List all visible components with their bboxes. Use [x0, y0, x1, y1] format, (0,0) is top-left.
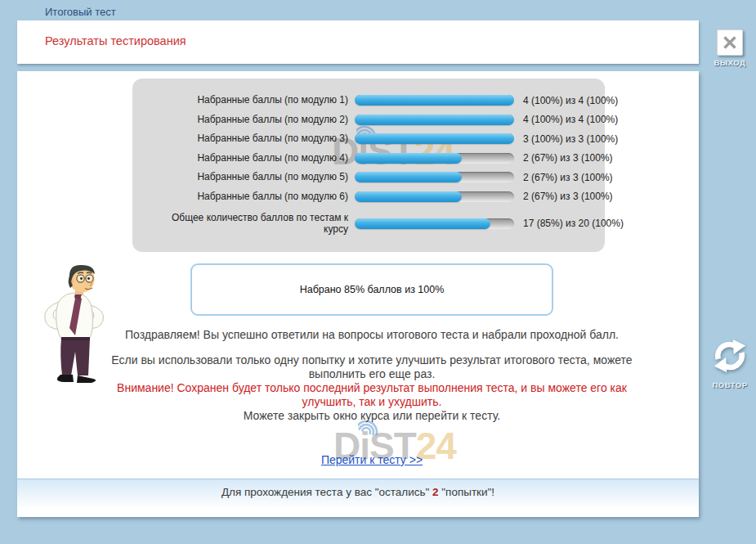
repeat-icon[interactable]: [711, 337, 749, 375]
result-value: 17 (85%) из 20 (100%): [523, 218, 624, 229]
header-panel: Результаты тестирования: [17, 20, 699, 64]
result-label: Набранные баллы (по модулю 5): [162, 171, 355, 182]
result-row: Набранные баллы (по модулю 4) 2 (67%) из…: [162, 153, 593, 164]
result-row: Набранные баллы (по модулю 5) 2 (67%) из…: [162, 172, 593, 182]
result-value: 2 (67%) из 3 (100%): [523, 152, 613, 164]
results-rows: Набранные баллы (по модулю 1) 4 (100%) и…: [162, 95, 593, 245]
exit-button-label: ВЫХОД: [710, 58, 749, 67]
results-panel: DiST24 Набранные баллы (по модулю 1) 4 (…: [132, 79, 605, 252]
result-row: Общее количество баллов по тестам к курс…: [162, 210, 593, 236]
progress-bar-fill: [355, 172, 462, 182]
progress-bar-track: [355, 191, 514, 202]
result-value: 3 (100%) из 3 (100%): [523, 133, 618, 145]
attempts-count: 2: [432, 486, 439, 498]
progress-bar-fill: [355, 218, 490, 229]
progress-bar-track: [355, 153, 514, 164]
app-window: Итоговый тест Результаты тестирования Di…: [0, 0, 756, 544]
page-title: Результаты тестирования: [45, 34, 186, 47]
result-row: Набранные баллы (по модулю 3) 3 (100%) и…: [162, 133, 593, 144]
progress-bar-fill: [355, 115, 514, 125]
result-value: 2 (67%) из 3 (100%): [523, 172, 613, 183]
attempts-text-prefix: Для прохождения теста у вас "остались": [221, 486, 432, 498]
assistant-character-illustration: [33, 263, 116, 394]
exit-button[interactable]: ВЫХОД: [710, 29, 749, 67]
result-value: 4 (100%) из 4 (100%): [523, 95, 618, 106]
result-label: Набранные баллы (по модулю 2): [162, 114, 355, 125]
progress-bar-track: [355, 133, 514, 144]
result-message: Поздравляем! Вы успешно ответили на вопр…: [106, 328, 637, 423]
progress-bar-fill: [355, 191, 462, 202]
progress-bar-fill: [355, 133, 514, 144]
result-row: Набранные баллы (по модулю 2) 4 (100%) и…: [162, 115, 593, 125]
result-label: Набранные баллы (по модулю 4): [162, 152, 355, 164]
progress-bar-track: [355, 115, 514, 125]
closing-text: Можете закрыть окно курса или перейти к …: [106, 409, 637, 423]
warning-text: Внимание! Сохранен будет только последни…: [106, 381, 637, 409]
goto-test-link-wrap: Перейти к тесту >>: [106, 452, 637, 467]
close-icon[interactable]: [717, 29, 743, 56]
goto-test-link[interactable]: Перейти к тесту >>: [321, 453, 423, 466]
result-label: Набранные баллы (по модулю 3): [162, 133, 355, 144]
score-summary-box: Набрано 85% баллов из 100%: [190, 263, 553, 316]
result-label: Набранные баллы (по модулю 6): [162, 191, 355, 202]
result-row: Набранные баллы (по модулю 6) 2 (67%) из…: [162, 191, 593, 202]
congrats-text: Поздравляем! Вы успешно ответили на вопр…: [106, 328, 637, 342]
result-label: Общее количество баллов по тестам к курс…: [162, 212, 355, 236]
retry-info-text: Если вы использовали только одну попытку…: [106, 353, 637, 381]
window-title: Итоговый тест: [45, 6, 116, 18]
progress-bar-track: [355, 218, 514, 229]
assistant-character: [33, 263, 116, 398]
progress-bar-track: [355, 95, 514, 106]
content-panel: DiST24 Набранные баллы (по модулю 1) 4 (…: [17, 71, 699, 517]
progress-bar-fill: [355, 153, 462, 164]
repeat-button[interactable]: ПОВТОР: [706, 337, 754, 389]
score-summary-text: Набрано 85% баллов из 100%: [300, 284, 445, 295]
attempts-text-suffix: "попытки"!: [439, 486, 495, 498]
progress-bar-track: [355, 172, 514, 182]
repeat-button-label: ПОВТОР: [706, 380, 754, 389]
result-row: Набранные баллы (по модулю 1) 4 (100%) и…: [162, 95, 593, 106]
result-value: 4 (100%) из 4 (100%): [523, 114, 618, 125]
attempts-bar: Для прохождения теста у вас "остались" 2…: [17, 479, 699, 516]
result-label: Набранные баллы (по модулю 1): [162, 94, 355, 106]
progress-bar-fill: [355, 95, 514, 106]
result-value: 2 (67%) из 3 (100%): [523, 191, 613, 202]
